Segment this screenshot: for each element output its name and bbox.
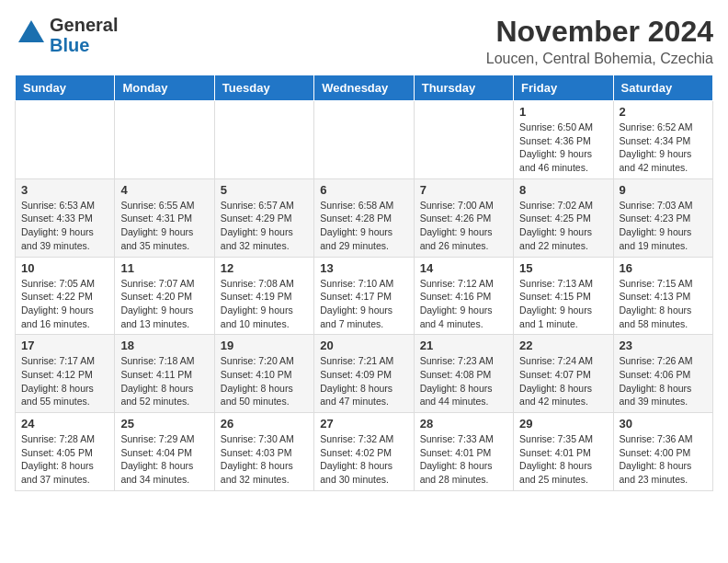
- weekday-header-cell: Wednesday: [314, 75, 414, 101]
- day-number: 8: [519, 183, 607, 197]
- day-info: Sunrise: 7:12 AM Sunset: 4:16 PM Dayligh…: [420, 277, 507, 331]
- day-number: 15: [519, 261, 607, 275]
- day-number: 11: [120, 261, 208, 275]
- day-info: Sunrise: 7:33 AM Sunset: 4:01 PM Dayligh…: [420, 432, 507, 487]
- logo-text: General Blue: [50, 15, 118, 55]
- calendar-day-cell: 23Sunrise: 7:26 AM Sunset: 4:06 PM Dayli…: [613, 335, 712, 413]
- day-info: Sunrise: 7:32 AM Sunset: 4:02 PM Dayligh…: [320, 432, 407, 487]
- day-info: Sunrise: 6:53 AM Sunset: 4:33 PM Dayligh…: [21, 199, 108, 253]
- calendar-day-cell: 27Sunrise: 7:32 AM Sunset: 4:02 PM Dayli…: [314, 413, 414, 491]
- day-number: 13: [320, 261, 407, 275]
- calendar-day-cell: [16, 101, 115, 179]
- calendar-week-row: 24Sunrise: 7:28 AM Sunset: 4:05 PM Dayli…: [16, 413, 713, 491]
- calendar-day-cell: [314, 101, 414, 179]
- day-info: Sunrise: 7:18 AM Sunset: 4:11 PM Dayligh…: [120, 354, 208, 408]
- weekday-header-cell: Saturday: [613, 75, 712, 101]
- calendar-day-cell: 15Sunrise: 7:13 AM Sunset: 4:15 PM Dayli…: [514, 257, 613, 335]
- logo-blue: Blue: [50, 35, 118, 55]
- day-number: 29: [519, 417, 607, 431]
- day-number: 9: [620, 183, 707, 197]
- day-number: 17: [21, 339, 108, 352]
- calendar-day-cell: 5Sunrise: 6:57 AM Sunset: 4:29 PM Daylig…: [214, 178, 313, 257]
- day-number: 3: [21, 183, 108, 197]
- logo-general: General: [50, 15, 118, 35]
- day-info: Sunrise: 7:36 AM Sunset: 4:00 PM Dayligh…: [620, 432, 707, 487]
- day-number: 6: [320, 183, 407, 197]
- day-number: 27: [320, 417, 407, 431]
- day-number: 12: [221, 261, 308, 275]
- day-number: 28: [420, 417, 507, 431]
- location-title: Loucen, Central Bohemia, Czechia: [486, 51, 713, 67]
- calendar-body: 1Sunrise: 6:50 AM Sunset: 4:36 PM Daylig…: [16, 101, 713, 491]
- calendar-day-cell: 14Sunrise: 7:12 AM Sunset: 4:16 PM Dayli…: [414, 257, 513, 335]
- day-info: Sunrise: 6:52 AM Sunset: 4:34 PM Dayligh…: [620, 121, 707, 175]
- calendar-day-cell: 29Sunrise: 7:35 AM Sunset: 4:01 PM Dayli…: [514, 413, 613, 491]
- calendar-day-cell: 10Sunrise: 7:05 AM Sunset: 4:22 PM Dayli…: [16, 257, 115, 335]
- header: General Blue November 2024 Loucen, Centr…: [15, 15, 713, 67]
- day-number: 14: [420, 261, 507, 275]
- day-info: Sunrise: 7:03 AM Sunset: 4:23 PM Dayligh…: [620, 199, 707, 253]
- weekday-header-cell: Thursday: [414, 75, 513, 101]
- day-info: Sunrise: 7:00 AM Sunset: 4:26 PM Dayligh…: [420, 199, 507, 253]
- day-info: Sunrise: 7:29 AM Sunset: 4:04 PM Dayligh…: [120, 432, 208, 487]
- calendar-day-cell: 18Sunrise: 7:18 AM Sunset: 4:11 PM Dayli…: [115, 335, 214, 413]
- calendar-day-cell: 8Sunrise: 7:02 AM Sunset: 4:25 PM Daylig…: [514, 178, 613, 257]
- weekday-header-row: SundayMondayTuesdayWednesdayThursdayFrid…: [16, 75, 713, 101]
- day-info: Sunrise: 7:26 AM Sunset: 4:06 PM Dayligh…: [620, 354, 707, 408]
- calendar: SundayMondayTuesdayWednesdayThursdayFrid…: [15, 75, 713, 491]
- day-number: 16: [620, 261, 707, 275]
- calendar-day-cell: [414, 101, 513, 179]
- day-info: Sunrise: 7:17 AM Sunset: 4:12 PM Dayligh…: [21, 354, 108, 408]
- title-area: November 2024 Loucen, Central Bohemia, C…: [486, 15, 713, 67]
- calendar-day-cell: 25Sunrise: 7:29 AM Sunset: 4:04 PM Dayli…: [115, 413, 214, 491]
- day-number: 21: [420, 339, 507, 352]
- day-info: Sunrise: 6:50 AM Sunset: 4:36 PM Dayligh…: [519, 121, 607, 175]
- calendar-day-cell: 13Sunrise: 7:10 AM Sunset: 4:17 PM Dayli…: [314, 257, 414, 335]
- calendar-day-cell: 21Sunrise: 7:23 AM Sunset: 4:08 PM Dayli…: [414, 335, 513, 413]
- calendar-day-cell: 28Sunrise: 7:33 AM Sunset: 4:01 PM Dayli…: [414, 413, 513, 491]
- day-info: Sunrise: 7:15 AM Sunset: 4:13 PM Dayligh…: [620, 277, 707, 331]
- day-number: 22: [519, 339, 607, 352]
- day-number: 24: [21, 417, 108, 431]
- logo-icon-wrap: [15, 17, 48, 53]
- day-number: 4: [120, 183, 208, 197]
- calendar-day-cell: 11Sunrise: 7:07 AM Sunset: 4:20 PM Dayli…: [115, 257, 214, 335]
- day-info: Sunrise: 7:28 AM Sunset: 4:05 PM Dayligh…: [21, 432, 108, 487]
- calendar-day-cell: [115, 101, 214, 179]
- calendar-day-cell: 20Sunrise: 7:21 AM Sunset: 4:09 PM Dayli…: [314, 335, 414, 413]
- day-number: 5: [221, 183, 308, 197]
- day-info: Sunrise: 7:02 AM Sunset: 4:25 PM Dayligh…: [519, 199, 607, 253]
- day-info: Sunrise: 7:05 AM Sunset: 4:22 PM Dayligh…: [21, 277, 108, 331]
- calendar-day-cell: 16Sunrise: 7:15 AM Sunset: 4:13 PM Dayli…: [613, 257, 712, 335]
- day-number: 7: [420, 183, 507, 197]
- calendar-week-row: 1Sunrise: 6:50 AM Sunset: 4:36 PM Daylig…: [16, 101, 713, 179]
- day-number: 1: [519, 105, 607, 119]
- weekday-header-cell: Sunday: [16, 75, 115, 101]
- day-info: Sunrise: 7:07 AM Sunset: 4:20 PM Dayligh…: [120, 277, 208, 331]
- day-number: 18: [120, 339, 208, 352]
- day-info: Sunrise: 7:35 AM Sunset: 4:01 PM Dayligh…: [519, 432, 607, 487]
- day-info: Sunrise: 7:30 AM Sunset: 4:03 PM Dayligh…: [221, 432, 308, 487]
- calendar-day-cell: 17Sunrise: 7:17 AM Sunset: 4:12 PM Dayli…: [16, 335, 115, 413]
- weekday-header-cell: Friday: [514, 75, 613, 101]
- day-info: Sunrise: 7:23 AM Sunset: 4:08 PM Dayligh…: [420, 354, 507, 408]
- calendar-day-cell: 9Sunrise: 7:03 AM Sunset: 4:23 PM Daylig…: [613, 178, 712, 257]
- day-info: Sunrise: 6:55 AM Sunset: 4:31 PM Dayligh…: [120, 199, 208, 253]
- day-info: Sunrise: 7:08 AM Sunset: 4:19 PM Dayligh…: [221, 277, 308, 331]
- day-number: 25: [120, 417, 208, 431]
- weekday-header-cell: Monday: [115, 75, 214, 101]
- calendar-day-cell: 22Sunrise: 7:24 AM Sunset: 4:07 PM Dayli…: [514, 335, 613, 413]
- logo-icon: [15, 17, 48, 50]
- calendar-day-cell: 2Sunrise: 6:52 AM Sunset: 4:34 PM Daylig…: [613, 101, 712, 179]
- calendar-day-cell: 6Sunrise: 6:58 AM Sunset: 4:28 PM Daylig…: [314, 178, 414, 257]
- logo: General Blue: [15, 15, 118, 55]
- calendar-week-row: 10Sunrise: 7:05 AM Sunset: 4:22 PM Dayli…: [16, 257, 713, 335]
- day-info: Sunrise: 7:13 AM Sunset: 4:15 PM Dayligh…: [519, 277, 607, 331]
- calendar-day-cell: 4Sunrise: 6:55 AM Sunset: 4:31 PM Daylig…: [115, 178, 214, 257]
- calendar-day-cell: 19Sunrise: 7:20 AM Sunset: 4:10 PM Dayli…: [214, 335, 313, 413]
- day-info: Sunrise: 6:57 AM Sunset: 4:29 PM Dayligh…: [221, 199, 308, 253]
- day-info: Sunrise: 7:24 AM Sunset: 4:07 PM Dayligh…: [519, 354, 607, 408]
- calendar-day-cell: [214, 101, 313, 179]
- day-number: 26: [221, 417, 308, 431]
- day-number: 30: [620, 417, 707, 431]
